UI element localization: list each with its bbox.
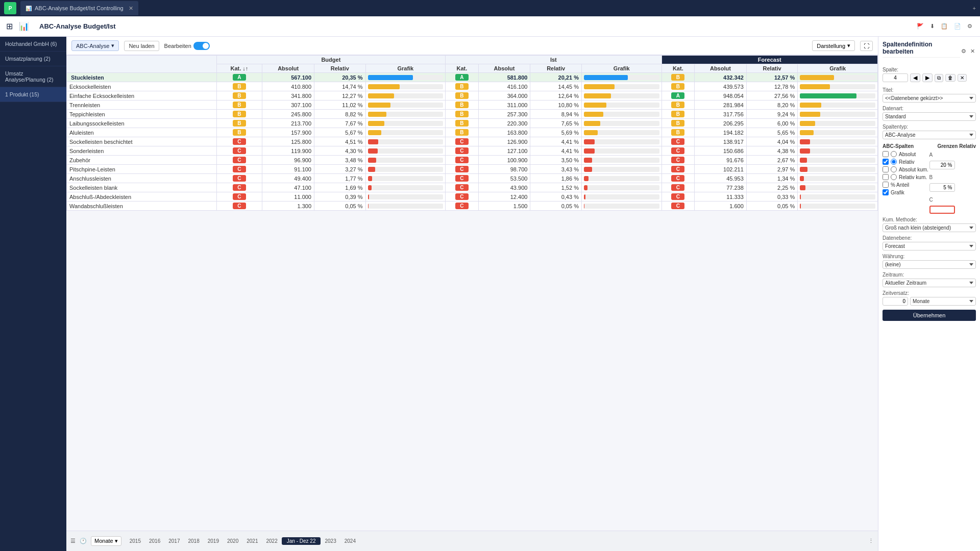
doc-icon[interactable]: 📄 [952, 21, 963, 31]
absolut-radio[interactable] [891, 151, 897, 157]
cell-grafik-forecast [798, 183, 878, 192]
monate-select[interactable]: Monate ▾ [91, 536, 121, 546]
panel-close-icon[interactable]: ✕ [969, 47, 976, 56]
relativ-kum-radio[interactable] [891, 174, 897, 180]
grenze-b-input[interactable] [929, 183, 955, 192]
abc-spalten-label: ABC-Spalten [883, 143, 914, 149]
zeitversatz-unit-select[interactable]: Monate [910, 297, 976, 306]
right-panel: Spaltendefinition bearbeiten ⚙ ✕ Spalte:… [878, 37, 980, 551]
add-tab-btn[interactable]: + [973, 5, 976, 11]
table-row[interactable]: TrennleistenB307.10011,02 %B311.00010,80… [67, 101, 878, 110]
bottom-left-icons: ☰ 🕐 [70, 538, 87, 544]
sidebar-item-umsatzplanung[interactable]: Umsatzplanung (2) [0, 52, 66, 66]
spalte-add-btn[interactable]: ✕ [958, 74, 967, 82]
abc-analyse-btn[interactable]: ABC-Analyse ▾ [71, 40, 119, 51]
reload-btn[interactable]: Neu laden [124, 41, 159, 51]
cell-relativ-ist: 10,80 % [530, 101, 582, 110]
datenebene-select[interactable]: Forecast [883, 242, 976, 251]
copy-icon[interactable]: 📋 [939, 21, 949, 31]
grenze-b-row [929, 183, 976, 192]
cell-relativ-budget: 1,77 % [314, 174, 366, 183]
darstellung-btn[interactable]: Darstellung ▾ [812, 40, 855, 51]
abc-checkboxes: Absolut Relativ Absolut kum. Relativ kum… [883, 151, 929, 214]
download-icon[interactable]: ⬇ [928, 21, 936, 31]
cell-relativ-ist: 8,94 % [530, 110, 582, 119]
grafik-checkbox[interactable] [883, 189, 889, 195]
clock-icon[interactable]: 🕐 [80, 538, 87, 544]
timeline-selected[interactable]: Jan - Dez 22 [282, 537, 321, 545]
list-icon[interactable]: ☰ [70, 538, 76, 544]
anteil-checkbox[interactable] [883, 182, 889, 188]
cell-absolut-ist: 100.900 [478, 156, 530, 165]
top-bar: P 📊 ABC-Analyse Budget/Ist Controlling ✕… [0, 0, 980, 16]
bearbeiten-switch[interactable] [193, 42, 210, 50]
table-row[interactable]: StuckleistenA567.10020,35 %A581.80020,21… [67, 73, 878, 82]
grenze-b-label: B [929, 174, 976, 180]
spalte-prev-btn[interactable]: ◀ [910, 73, 920, 82]
table-row[interactable]: Sockelleisten beschichtetC125.8004,51 %C… [67, 137, 878, 146]
cell-kat-ist: C [446, 146, 479, 156]
cell-relativ-budget: 3,48 % [314, 156, 366, 165]
datenart-select[interactable]: Standard [883, 112, 976, 121]
cell-relativ-ist: 12,64 % [530, 91, 582, 101]
table-row[interactable]: AnschlussleistenC49.4001,77 %C53.5001,86… [67, 174, 878, 183]
bearbeiten-toggle: Bearbeiten [164, 42, 210, 50]
table-row[interactable]: AluleistenB157.9005,67 %B163.8005,69 %B1… [67, 128, 878, 137]
tab-close-btn[interactable]: ✕ [129, 5, 133, 12]
zeitversatz-input[interactable] [883, 297, 908, 306]
view-table-icon[interactable]: ⊞ [6, 21, 13, 31]
spaltentyp-select[interactable]: ABC-Analyse [883, 131, 976, 139]
spalte-next-btn[interactable]: ▶ [922, 73, 933, 82]
titel-select[interactable]: <<Datenebene gekürzt>> [883, 94, 976, 103]
kum-methode-select[interactable]: Groß nach klein (absteigend) [883, 223, 976, 232]
spalte-copy-btn[interactable]: ⧉ [935, 74, 943, 82]
right-panel-title: Spaltendefinition bearbeiten [883, 41, 960, 58]
relativ-kum-checkbox[interactable] [883, 174, 889, 180]
table-row[interactable]: Pitschpine-LeistenC91.1003,27 %C98.7003,… [67, 165, 878, 174]
settings-icon[interactable]: ⚙ [966, 21, 974, 31]
cell-grafik-ist [581, 82, 662, 91]
relativ-checkbox[interactable] [883, 159, 889, 165]
cell-relativ-forecast: 12,57 % [746, 73, 798, 82]
ubernehmen-btn[interactable]: Übernehmen [883, 310, 976, 321]
relativ-radio[interactable] [891, 159, 897, 165]
table-row[interactable]: Abschluß-/AbdeckleistenC11.0000,39 %C12.… [67, 192, 878, 202]
sidebar-item-holzhandel[interactable]: Holzhandel GmbH (6) [0, 37, 66, 52]
cell-kat-forecast: B [662, 119, 695, 128]
panel-settings-icon[interactable]: ⚙ [960, 47, 967, 56]
table-row[interactable]: WandabschlußleistenC1.3000,05 %C1.5000,0… [67, 202, 878, 211]
col-product [67, 56, 217, 73]
spalte-delete-btn[interactable]: 🗑 [945, 74, 955, 82]
kum-methode-label: Kum. Methode: [883, 217, 976, 222]
absolut-checkbox[interactable] [883, 151, 889, 157]
cell-kat-forecast: C [662, 202, 695, 211]
table-row[interactable]: EcksockelleistenB410.80014,74 %B416.1001… [67, 82, 878, 91]
cell-kat-ist: C [446, 137, 479, 146]
table-row[interactable]: Einfache EcksockelleistenB341.80012,27 %… [67, 91, 878, 101]
absolut-kum-radio[interactable] [891, 166, 897, 172]
sidebar-item-produkt[interactable]: 1 Produkt (15) [0, 87, 66, 102]
table-row[interactable]: ZubehörC96.9003,48 %C100.9003,50 %C91.67… [67, 156, 878, 165]
table-row[interactable]: TeppichleistenB245.8008,82 %B257.3008,94… [67, 110, 878, 119]
spalte-input[interactable] [883, 73, 908, 82]
grenze-a-input[interactable] [929, 161, 955, 169]
cell-kat-budget: B [216, 82, 262, 91]
absolut-kum-checkbox[interactable] [883, 166, 889, 172]
expand-btn[interactable]: ⛶ [860, 41, 873, 51]
cell-grafik-budget [365, 192, 446, 202]
view-chart-icon[interactable]: 📊 [19, 21, 29, 31]
table-row[interactable]: LaibungssockelleistenB213.7007,67 %B220.… [67, 119, 878, 128]
table-row[interactable]: Sockelleisten blankC47.1001,69 %C43.9001… [67, 183, 878, 192]
waehrung-select[interactable]: (keine) [883, 260, 976, 269]
zeitraum-select[interactable]: Aktueller Zeitraum [883, 279, 976, 287]
cell-grafik-budget [365, 119, 446, 128]
grenze-c-color[interactable] [929, 206, 955, 214]
cell-grafik-forecast [798, 174, 878, 183]
main-tab[interactable]: 📊 ABC-Analyse Budget/Ist Controlling ✕ [20, 1, 138, 15]
cell-relativ-ist: 3,50 % [530, 156, 582, 165]
sidebar-item-umsatz-analyse[interactable]: Umsatz Analyse/Planung (2) [0, 66, 66, 87]
timeline-menu-icon[interactable]: ⋮ [868, 538, 874, 544]
flag-icon[interactable]: 🚩 [915, 21, 925, 31]
table-row[interactable]: SonderleistenC119.9004,30 %C127.1004,41 … [67, 146, 878, 156]
col-kat-b[interactable]: Kat. ↓↑ [216, 64, 262, 73]
